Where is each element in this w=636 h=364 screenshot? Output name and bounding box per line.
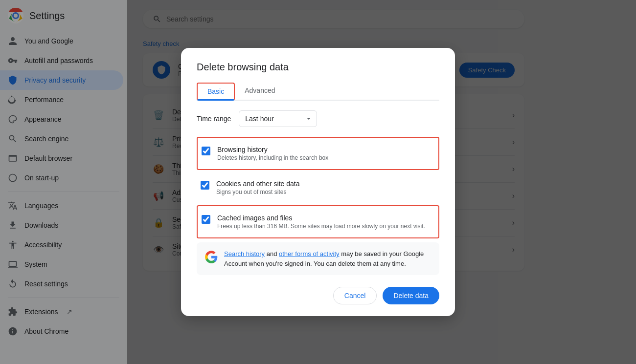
delete-data-button[interactable]: Delete data: [383, 287, 439, 304]
cached-images-title: Cached images and files: [217, 214, 425, 222]
modal-overlay: Delete browsing data Basic Advanced Time…: [0, 0, 636, 364]
delete-browsing-data-modal: Delete browsing data Basic Advanced Time…: [181, 48, 455, 316]
browsing-history-desc: Deletes history, including in the search…: [217, 154, 328, 161]
cached-images-item: Cached images and files Frees up less th…: [197, 205, 439, 238]
cached-images-desc: Frees up less than 316 MB. Some sites ma…: [217, 223, 425, 230]
cookies-checkbox[interactable]: [201, 181, 209, 190]
google-info-text: Search history and other forms of activi…: [224, 249, 432, 268]
modal-tabs: Basic Advanced: [197, 83, 439, 101]
time-range-row: Time range Last hour Last 24 hours Last …: [197, 110, 439, 127]
modal-title: Delete browsing data: [197, 62, 439, 73]
browsing-history-item: Browsing history Deletes history, includ…: [197, 137, 439, 170]
tab-basic[interactable]: Basic: [197, 83, 235, 101]
time-range-select[interactable]: Last hour Last 24 hours Last 7 days Last…: [239, 110, 317, 127]
browsing-history-checkbox[interactable]: [202, 147, 210, 155]
modal-actions: Cancel Delete data: [197, 287, 439, 304]
time-range-label: Time range: [197, 115, 231, 123]
cookies-title: Cookies and other site data: [216, 180, 299, 188]
cookies-desc: Signs you out of most sites: [216, 189, 299, 195]
other-forms-link[interactable]: other forms of activity: [279, 250, 340, 257]
google-info-and: and: [267, 250, 279, 257]
search-history-link[interactable]: Search history: [224, 250, 265, 257]
cookies-item: Cookies and other site data Signs you ou…: [197, 172, 439, 203]
google-g-icon: [204, 250, 218, 264]
browsing-history-title: Browsing history: [217, 146, 328, 153]
cached-images-checkbox[interactable]: [202, 215, 210, 224]
google-info-box: Search history and other forms of activi…: [197, 242, 439, 275]
tab-advanced[interactable]: Advanced: [235, 83, 285, 101]
cancel-button[interactable]: Cancel: [333, 287, 377, 304]
